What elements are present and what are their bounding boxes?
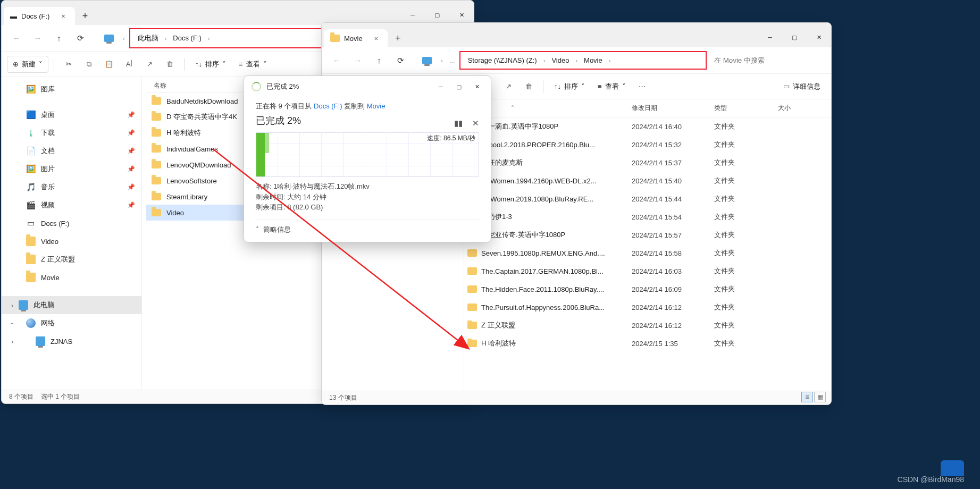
sidebar-network[interactable]: 网络 <box>2 314 141 332</box>
folder-row[interactable]: 疯狂的麦克斯2024/2/14 15:37文件夹 <box>464 154 831 172</box>
sidebar-item-music[interactable]: 🎵音乐📌 <box>2 178 141 196</box>
folder-row[interactable]: The.Captain.2017.GERMAN.1080p.Bl...2024/… <box>464 262 831 280</box>
dest-link[interactable]: Movie <box>367 102 386 110</box>
delete-icon[interactable]: 🗑 <box>520 79 538 94</box>
rename-icon[interactable]: Aꟾ <box>120 57 138 71</box>
minimize-button[interactable]: ─ <box>758 27 782 47</box>
folder-row[interactable]: H 哈利波特2024/2/15 1:35文件夹 <box>464 334 831 352</box>
crumb-pc[interactable]: 此电脑 <box>135 31 162 45</box>
crumb-drive[interactable]: Docs (F:) <box>170 32 204 44</box>
monitor-icon[interactable] <box>99 29 119 48</box>
close-button[interactable]: ✕ <box>807 27 831 47</box>
monitor-icon[interactable] <box>417 51 437 70</box>
cancel-button[interactable]: ✕ <box>472 119 479 128</box>
chevron-right-icon[interactable]: › <box>121 35 127 41</box>
file-type: 文件夹 <box>714 122 778 131</box>
view-button[interactable]: ≡ 查看 ˅ <box>592 79 631 95</box>
tab-close-icon[interactable]: ✕ <box>371 33 381 43</box>
forward-button[interactable]: → <box>348 51 367 70</box>
sidebar-item-movie[interactable]: Movie <box>2 268 141 286</box>
paste-icon[interactable]: 📋 <box>100 57 118 71</box>
search-input[interactable] <box>709 53 826 68</box>
details-view-icon[interactable]: ≡ <box>801 392 813 402</box>
folder-row[interactable]: Z 正义联盟2024/2/14 16:12文件夹 <box>464 316 831 334</box>
tab-close-icon[interactable]: ✕ <box>58 11 68 21</box>
breadcrumb[interactable]: Storage (\\ZJNAS) (Z:) › Video › Movie › <box>459 51 707 70</box>
sort-button[interactable]: ↑↓ 排序 ˅ <box>190 56 231 72</box>
folder-row[interactable]: The.Pursuit.of.Happyness.2006.BluRa...20… <box>464 298 831 316</box>
sidebar-item-pictures[interactable]: 🖼️图片📌 <box>2 160 141 178</box>
folder-icon <box>467 249 477 257</box>
back-button[interactable]: ← <box>7 29 26 48</box>
folder-icon <box>152 177 161 184</box>
cut-icon[interactable]: ✂ <box>60 57 78 71</box>
sidebar-item-videos[interactable]: 🎬视频📌 <box>2 196 141 214</box>
forward-button[interactable]: → <box>28 29 47 48</box>
sidebar-library[interactable]: 🖼️图库 <box>2 80 141 98</box>
folder-row[interactable]: tle.Women.1994.2160p.WEB-DL.x2...2024/2/… <box>464 172 831 190</box>
tab-docs[interactable]: ▬ Docs (F:) ✕ <box>4 7 75 25</box>
folder-row[interactable]: 木乃伊1-32024/2/14 15:54文件夹 <box>464 208 831 226</box>
sidebar-item-video-folder[interactable]: Video <box>2 232 141 250</box>
folder-icon <box>467 322 477 329</box>
modified-date: 2024/2/14 15:57 <box>632 231 714 239</box>
sidebar: 🖼️图库 🟦桌面📌 ⭳下载📌 📄文档📌 🖼️图片📌 🎵音乐📌 🎬视频📌 ▭Doc… <box>2 77 142 390</box>
maximize-button[interactable]: ▢ <box>450 79 467 94</box>
col-date-header[interactable]: 修改日期 <box>632 104 714 113</box>
folder-row[interactable]: adpool.2.2018.PROPER.2160p.Blu...2024/2/… <box>464 136 831 154</box>
crumb-movie[interactable]: Movie <box>581 54 606 66</box>
up-button[interactable]: ↑ <box>370 51 389 70</box>
tab-movie[interactable]: Movie ✕ <box>324 29 388 47</box>
folder-name: 纳尼亚传奇.英语中字1080P <box>481 230 565 240</box>
delete-icon[interactable]: 🗑 <box>161 57 179 71</box>
modified-date: 2024/2/14 16:03 <box>632 267 714 275</box>
folder-row[interactable]: Seven.1995.1080p.REMUX.ENG.And....2024/2… <box>464 244 831 262</box>
crumb-storage[interactable]: Storage (\\ZJNAS) (Z:) <box>465 54 540 66</box>
col-name-header[interactable]: 名称 <box>154 81 166 90</box>
sidebar-item-documents[interactable]: 📄文档📌 <box>2 142 141 160</box>
grid-view-icon[interactable]: ▦ <box>814 392 826 402</box>
refresh-button[interactable]: ⟳ <box>391 51 410 70</box>
overflow-ellipsis[interactable]: … <box>447 57 457 64</box>
back-button[interactable]: ← <box>327 51 346 70</box>
col-type-header[interactable]: 类型 <box>714 104 778 113</box>
src-link[interactable]: Docs (F:) <box>314 102 342 110</box>
folder-row[interactable]: 第一滴血.英语中字1080P2024/2/14 16:40文件夹 <box>464 117 831 136</box>
modified-date: 2024/2/14 16:40 <box>632 123 714 131</box>
folder-row[interactable]: The.Hidden.Face.2011.1080p.BluRay....202… <box>464 280 831 298</box>
copy-icon[interactable]: ⧉ <box>80 57 98 72</box>
file-list[interactable]: ˄ 修改日期 类型 大小 第一滴血.英语中字1080P2024/2/14 16:… <box>464 99 831 391</box>
file-type: 文件夹 <box>714 266 778 276</box>
sidebar-item-desktop[interactable]: 🟦桌面📌 <box>2 106 141 124</box>
close-button[interactable]: ✕ <box>468 79 485 94</box>
sidebar-zjnas[interactable]: ZJNAS <box>2 332 141 350</box>
sidebar-item-z[interactable]: Z 正义联盟 <box>2 250 141 268</box>
collapse-details-button[interactable]: ˄ 简略信息 <box>256 219 479 234</box>
folder-name: Z 正义联盟 <box>481 321 515 330</box>
folder-name: LenovoQMDownload <box>166 161 231 169</box>
more-button[interactable]: ⋯ <box>633 79 651 94</box>
refresh-button[interactable]: ⟳ <box>71 29 90 48</box>
new-tab-button[interactable]: + <box>77 7 94 25</box>
details-button[interactable]: ▭ 详细信息 <box>778 79 826 95</box>
folder-icon <box>152 209 161 216</box>
crumb-video[interactable]: Video <box>548 54 572 66</box>
pause-button[interactable]: ▮▮ <box>454 119 463 128</box>
view-button[interactable]: ≡ 查看 ˅ <box>233 56 272 72</box>
col-size-header[interactable]: 大小 <box>778 104 831 113</box>
folder-row[interactable]: 纳尼亚传奇.英语中字1080P2024/2/14 15:57文件夹 <box>464 226 831 244</box>
minimize-button[interactable]: ─ <box>432 79 449 94</box>
sidebar-this-pc[interactable]: 此电脑 <box>2 296 141 314</box>
up-button[interactable]: ↑ <box>49 29 69 48</box>
sidebar-item-docs-drive[interactable]: ▭Docs (F:) <box>2 214 141 232</box>
sort-button[interactable]: ↑↓ 排序 ˅ <box>549 79 590 95</box>
sidebar-item-downloads[interactable]: ⭳下载📌 <box>2 124 141 142</box>
new-tab-button[interactable]: + <box>390 30 406 47</box>
new-button[interactable]: ⊕ 新建 ˅ <box>7 56 48 73</box>
folder-icon <box>467 285 477 293</box>
share-icon[interactable]: ↗ <box>499 79 517 94</box>
chevron-right-icon: › <box>163 35 169 41</box>
share-icon[interactable]: ↗ <box>140 57 158 71</box>
maximize-button[interactable]: ▢ <box>782 27 807 47</box>
folder-row[interactable]: tle.Women.2019.1080p.BluRay.RE...2024/2/… <box>464 190 831 208</box>
